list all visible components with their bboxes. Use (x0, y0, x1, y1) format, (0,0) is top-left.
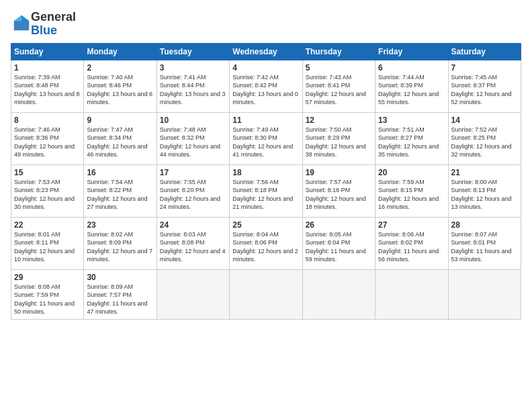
day-info: Sunrise: 7:54 AMSunset: 8:22 PMDaylight:… (87, 178, 153, 212)
day-info: Sunrise: 7:47 AMSunset: 8:34 PMDaylight:… (87, 126, 153, 159)
day-info: Sunrise: 7:56 AMSunset: 8:18 PMDaylight:… (232, 178, 299, 212)
day-number: 7 (451, 63, 518, 73)
day-info: Sunrise: 8:01 AMSunset: 8:11 PMDaylight:… (14, 230, 81, 264)
day-number: 21 (451, 168, 518, 177)
day-info: Sunrise: 7:46 AMSunset: 8:36 PMDaylight:… (14, 126, 81, 159)
header-saturday: Saturday (448, 43, 521, 60)
day-number: 27 (378, 220, 445, 230)
day-number: 10 (160, 116, 226, 125)
calendar-cell: 23 Sunrise: 8:02 AMSunset: 8:09 PMDaylig… (84, 217, 157, 269)
day-info: Sunrise: 7:50 AMSunset: 8:29 PMDaylight:… (306, 126, 372, 159)
header-sunday: Sunday (11, 43, 84, 60)
week-row-2: 8 Sunrise: 7:46 AMSunset: 8:36 PMDayligh… (11, 112, 521, 165)
day-number: 11 (232, 116, 299, 125)
day-info: Sunrise: 8:08 AMSunset: 7:59 PMDaylight:… (14, 283, 81, 316)
day-number: 16 (87, 168, 153, 177)
day-info: Sunrise: 8:04 AMSunset: 8:06 PMDaylight:… (232, 230, 299, 264)
svg-marker-1 (21, 15, 29, 21)
calendar-cell: 14 Sunrise: 7:52 AMSunset: 8:25 PMDaylig… (448, 112, 521, 165)
calendar-cell: 11 Sunrise: 7:49 AMSunset: 8:30 PMDaylig… (230, 112, 302, 165)
day-info: Sunrise: 7:45 AMSunset: 8:37 PMDaylight:… (451, 73, 518, 107)
calendar-cell: 15 Sunrise: 7:53 AMSunset: 8:23 PMDaylig… (11, 165, 84, 217)
day-info: Sunrise: 8:07 AMSunset: 8:01 PMDaylight:… (451, 230, 518, 264)
day-info: Sunrise: 7:59 AMSunset: 8:15 PMDaylight:… (378, 178, 445, 212)
day-number: 12 (306, 116, 372, 125)
day-number: 4 (232, 63, 299, 73)
day-info: Sunrise: 8:06 AMSunset: 8:02 PMDaylight:… (378, 230, 445, 264)
calendar-cell (230, 269, 302, 319)
day-number: 2 (87, 63, 153, 73)
day-number: 23 (87, 220, 153, 230)
calendar-cell (375, 269, 448, 319)
header-monday: Monday (84, 43, 157, 60)
day-info: Sunrise: 7:49 AMSunset: 8:30 PMDaylight:… (232, 126, 299, 159)
header-friday: Friday (375, 43, 448, 60)
calendar-table: Sunday Monday Tuesday Wednesday Thursday… (11, 43, 521, 320)
day-info: Sunrise: 7:52 AMSunset: 8:25 PMDaylight:… (451, 126, 518, 159)
day-info: Sunrise: 7:55 AMSunset: 8:20 PMDaylight:… (160, 178, 226, 212)
week-row-5: 29 Sunrise: 8:08 AMSunset: 7:59 PMDaylig… (11, 269, 521, 319)
day-info: Sunrise: 8:09 AMSunset: 7:57 PMDaylight:… (87, 283, 153, 316)
day-info: Sunrise: 8:05 AMSunset: 8:04 PMDaylight:… (306, 230, 372, 264)
day-info: Sunrise: 7:41 AMSunset: 8:44 PMDaylight:… (160, 73, 226, 107)
calendar-cell: 29 Sunrise: 8:08 AMSunset: 7:59 PMDaylig… (11, 269, 84, 319)
day-info: Sunrise: 8:00 AMSunset: 8:13 PMDaylight:… (451, 178, 518, 212)
day-info: Sunrise: 7:43 AMSunset: 8:41 PMDaylight:… (306, 73, 372, 107)
day-number: 15 (14, 168, 81, 177)
header-wednesday: Wednesday (230, 43, 302, 60)
calendar-cell: 20 Sunrise: 7:59 AMSunset: 8:15 PMDaylig… (375, 165, 448, 217)
day-number: 14 (451, 116, 518, 125)
calendar-cell: 4 Sunrise: 7:42 AMSunset: 8:42 PMDayligh… (230, 60, 302, 112)
calendar-cell: 5 Sunrise: 7:43 AMSunset: 8:41 PMDayligh… (302, 60, 375, 112)
day-info: Sunrise: 7:42 AMSunset: 8:42 PMDaylight:… (232, 73, 299, 107)
calendar-cell (157, 269, 229, 319)
day-number: 30 (87, 273, 153, 282)
calendar-cell: 21 Sunrise: 8:00 AMSunset: 8:13 PMDaylig… (448, 165, 521, 217)
day-info: Sunrise: 8:03 AMSunset: 8:08 PMDaylight:… (160, 230, 226, 264)
calendar-cell: 7 Sunrise: 7:45 AMSunset: 8:37 PMDayligh… (448, 60, 521, 112)
day-number: 18 (232, 168, 299, 177)
calendar-cell (448, 269, 521, 319)
svg-marker-2 (14, 15, 21, 21)
day-number: 28 (451, 220, 518, 230)
day-number: 19 (306, 168, 372, 177)
calendar-cell: 18 Sunrise: 7:56 AMSunset: 8:18 PMDaylig… (230, 165, 302, 217)
page: GeneralBlue Sunday Monday Tuesday Wednes… (0, 0, 532, 411)
logo-text: GeneralBlue (31, 11, 76, 38)
week-row-3: 15 Sunrise: 7:53 AMSunset: 8:23 PMDaylig… (11, 165, 521, 217)
header-thursday: Thursday (302, 43, 375, 60)
calendar-cell: 2 Sunrise: 7:40 AMSunset: 8:46 PMDayligh… (84, 60, 157, 112)
calendar-cell: 17 Sunrise: 7:55 AMSunset: 8:20 PMDaylig… (157, 165, 229, 217)
day-info: Sunrise: 7:40 AMSunset: 8:46 PMDaylight:… (87, 73, 153, 107)
logo: GeneralBlue (11, 11, 76, 38)
calendar-cell: 12 Sunrise: 7:50 AMSunset: 8:29 PMDaylig… (302, 112, 375, 165)
week-row-4: 22 Sunrise: 8:01 AMSunset: 8:11 PMDaylig… (11, 217, 521, 269)
calendar-cell: 3 Sunrise: 7:41 AMSunset: 8:44 PMDayligh… (157, 60, 229, 112)
day-number: 29 (14, 273, 81, 282)
day-number: 20 (378, 168, 445, 177)
calendar-cell: 9 Sunrise: 7:47 AMSunset: 8:34 PMDayligh… (84, 112, 157, 165)
day-info: Sunrise: 7:44 AMSunset: 8:39 PMDaylight:… (378, 73, 445, 107)
week-row-1: 1 Sunrise: 7:39 AMSunset: 8:48 PMDayligh… (11, 60, 521, 112)
day-info: Sunrise: 7:57 AMSunset: 8:16 PMDaylight:… (306, 178, 372, 212)
calendar-cell: 10 Sunrise: 7:48 AMSunset: 8:32 PMDaylig… (157, 112, 229, 165)
day-info: Sunrise: 7:39 AMSunset: 8:48 PMDaylight:… (14, 73, 81, 107)
day-number: 24 (160, 220, 226, 230)
day-number: 9 (87, 116, 153, 125)
day-number: 26 (306, 220, 372, 230)
weekday-header-row: Sunday Monday Tuesday Wednesday Thursday… (11, 43, 521, 60)
day-number: 3 (160, 63, 226, 73)
day-number: 22 (14, 220, 81, 230)
day-info: Sunrise: 7:51 AMSunset: 8:27 PMDaylight:… (378, 126, 445, 159)
calendar-cell: 27 Sunrise: 8:06 AMSunset: 8:02 PMDaylig… (375, 217, 448, 269)
calendar-cell: 26 Sunrise: 8:05 AMSunset: 8:04 PMDaylig… (302, 217, 375, 269)
calendar-cell: 13 Sunrise: 7:51 AMSunset: 8:27 PMDaylig… (375, 112, 448, 165)
calendar-cell: 19 Sunrise: 7:57 AMSunset: 8:16 PMDaylig… (302, 165, 375, 217)
day-info: Sunrise: 8:02 AMSunset: 8:09 PMDaylight:… (87, 230, 153, 264)
header-tuesday: Tuesday (157, 43, 229, 60)
calendar-cell: 30 Sunrise: 8:09 AMSunset: 7:57 PMDaylig… (84, 269, 157, 319)
day-number: 13 (378, 116, 445, 125)
header: GeneralBlue (11, 11, 521, 38)
day-number: 1 (14, 63, 81, 73)
day-number: 17 (160, 168, 226, 177)
